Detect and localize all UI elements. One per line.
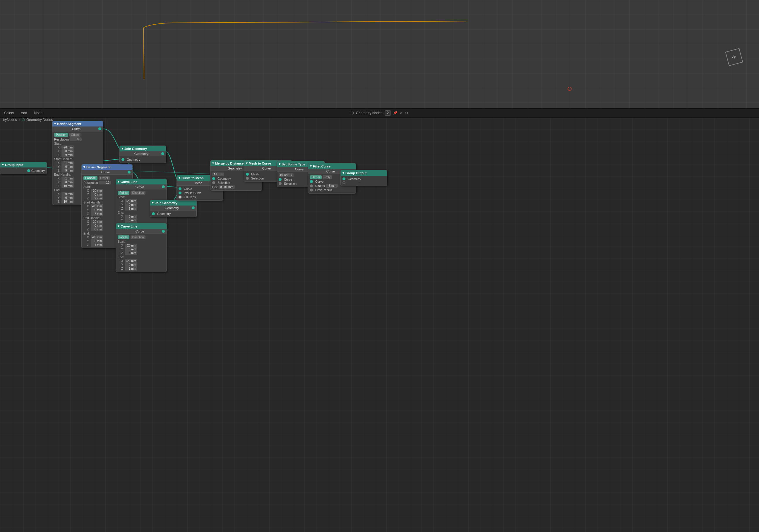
node-fc-radius-label: Radius: [315, 184, 325, 188]
socket-sst-curve: [279, 178, 282, 181]
node-join-geo2-title: Join Geometry: [155, 201, 178, 205]
node-bezier1-tabs: Position Offset: [54, 133, 101, 137]
viewport-3d[interactable]: ✈: [0, 0, 759, 108]
node-bezier2-res-val[interactable]: 16: [99, 181, 111, 184]
socket-ctm-profile: [179, 191, 181, 194]
origin-dot: [568, 87, 572, 91]
node-bezier2-header[interactable]: ▾ Bezier Segment: [82, 164, 132, 170]
node-bezier1-start-label: Start:: [54, 142, 101, 145]
breadcrumb-sep: ›: [19, 118, 20, 122]
node-join-geo2[interactable]: ▾ Join Geometry Geometry Geometry: [150, 200, 197, 217]
tab-points-2[interactable]: Points: [118, 235, 129, 239]
node-curve-line2-tabs: Points Direction: [118, 235, 165, 239]
node-bezier1-header[interactable]: ▾ Bezier Segment: [52, 121, 103, 127]
tab-poly-fc[interactable]: Poly: [323, 175, 332, 179]
node-curve-to-mesh-title: Curve to Mesh: [181, 176, 204, 180]
breadcrumb-current[interactable]: Geometry Nodes: [26, 118, 53, 122]
node-group-output[interactable]: ▾ Group Output Geometry: [340, 170, 387, 186]
socket-join-geo2-in: [152, 212, 155, 215]
node-editor[interactable]: ▾ Group Input Geometry ▾ Bezier Segment …: [0, 118, 759, 532]
node-merge-sel-label: Selection: [218, 181, 230, 184]
node-join-geo1-collapse: ▾: [121, 147, 123, 150]
node-ctm-curve-label: Curve: [184, 187, 192, 190]
node-bezier1-res-val[interactable]: 16: [70, 137, 82, 141]
socket-mtc-sel: [246, 177, 249, 180]
node-bezier1-output-label: Curve: [52, 127, 103, 132]
socket-group-input-geo-out: [27, 169, 30, 172]
node-curve-line2-sy: Y0 mm: [118, 247, 165, 251]
node-group-input-header[interactable]: ▾ Group Input: [0, 162, 47, 168]
node-curve-line2-start-label: Start:: [118, 239, 165, 244]
node-bezier1-title: Bezier Segment: [57, 122, 81, 126]
tab-position-2[interactable]: Position: [83, 176, 98, 180]
node-curve-to-mesh-collapse: ▾: [179, 176, 180, 180]
viewport-curve-svg: [0, 0, 759, 108]
node-merge-dist-val[interactable]: 0.001 mm: [219, 185, 234, 189]
socket-fc-curve: [310, 180, 313, 183]
node-join-geo2-body: Geometry: [150, 211, 196, 217]
node-ctm-fill-label: Fill Caps: [184, 195, 196, 199]
node-merge-mode-dropdown[interactable]: All: [212, 173, 224, 176]
node-ctm-profile-label: Profile Curve: [184, 191, 202, 195]
node-go-geo-label: Geometry: [348, 177, 361, 181]
node-curve-line2-body: Points Direction Start: X-20 mm Y0 mm Z9…: [116, 234, 167, 272]
node-join-geo2-geo-in: Geometry: [152, 212, 195, 216]
node-curve-line1-header[interactable]: ▾ Curve Line: [116, 179, 167, 184]
node-sst-collapse: ▾: [279, 162, 280, 166]
tab-offset-2[interactable]: Offset: [99, 176, 110, 180]
socket-curve-line2-out: [162, 230, 165, 233]
node-curve-line1-title: Curve Line: [121, 180, 137, 184]
header-counter[interactable]: 2: [385, 110, 391, 116]
node-join-geo2-header[interactable]: ▾ Join Geometry: [150, 200, 196, 206]
node-merge-collapse: ▾: [212, 161, 214, 165]
node-join-geo1-header[interactable]: ▾ Join Geometry: [120, 146, 166, 151]
socket-join-geo1-in: [121, 158, 124, 161]
node-group-input-body: Geometry: [0, 168, 47, 174]
tab-offset-1[interactable]: Offset: [69, 133, 81, 137]
node-curve-line2[interactable]: ▾ Curve Line Curve Points Direction Star…: [116, 223, 167, 272]
node-curve-to-mesh-fill: Fill Caps: [179, 195, 221, 199]
breadcrumb-root[interactable]: tryNodes: [3, 118, 17, 122]
node-group-input-title: Group Input: [5, 163, 23, 167]
tab-direction-2[interactable]: Direction: [131, 235, 145, 239]
tab-points-1[interactable]: Points: [118, 191, 129, 195]
node-join-geo1-body: Geometry: [120, 156, 166, 163]
node-join-geo1[interactable]: ▾ Join Geometry Geometry Geometry: [119, 145, 166, 163]
breadcrumb-icon: ⬡: [22, 118, 24, 122]
tab-bezier-fc[interactable]: Bezier: [310, 175, 322, 179]
tab-position-1[interactable]: Position: [54, 133, 68, 137]
node-mtc-mesh-label: Mesh: [251, 173, 259, 176]
node-join-geo2-output: Geometry: [150, 206, 196, 211]
node-curve-line2-header[interactable]: ▾ Curve Line: [116, 224, 167, 229]
header-close-icon[interactable]: ✕: [400, 111, 403, 115]
node-go-collapse: ▾: [342, 171, 344, 175]
menu-node[interactable]: Node: [33, 110, 44, 116]
node-go-header[interactable]: ▾ Group Output: [341, 170, 387, 176]
socket-mtc-mesh: [246, 173, 249, 176]
socket-bezier2-out: [128, 171, 131, 174]
socket-fc-limit-s: [310, 188, 313, 191]
node-curve-line2-title: Curve Line: [121, 225, 137, 228]
header-settings-icon[interactable]: ⚙: [405, 111, 408, 115]
node-bezier1-sh-label: Start Handle:: [54, 157, 101, 161]
node-curve-line2-ey: Y0 mm: [118, 263, 165, 267]
menu-select[interactable]: Select: [3, 110, 15, 116]
node-sst-sel-label: Selection: [284, 182, 297, 185]
node-curve-line1-ey: Y0 mm: [118, 219, 165, 222]
node-fc-header[interactable]: ▾ Fillet Curve: [308, 163, 356, 169]
node-curve-line1-collapse: ▾: [118, 180, 119, 184]
socket-ctm-fill: [179, 196, 181, 198]
menu-add[interactable]: Add: [20, 110, 28, 116]
tab-direction-1[interactable]: Direction: [131, 191, 145, 195]
node-curve-line2-output: Curve: [116, 229, 167, 234]
node-fc-radius-val[interactable]: 5 mm: [326, 184, 338, 188]
header-pin-icon[interactable]: 📌: [393, 111, 397, 115]
node-fc-limit-row: Limit Radius: [310, 188, 354, 192]
node-fc-limit-label: Limit Radius: [315, 188, 332, 192]
breadcrumb: tryNodes › ⬡ Geometry Nodes: [3, 118, 53, 122]
node-sst-type-dropdown[interactable]: Bezier: [279, 173, 294, 177]
node-collapse-icon: ▾: [2, 163, 4, 167]
node-group-input[interactable]: ▾ Group Input Geometry: [0, 162, 47, 174]
node-go-title: Group Output: [345, 171, 367, 175]
node-merge-title: Merge by Distance: [215, 162, 244, 165]
